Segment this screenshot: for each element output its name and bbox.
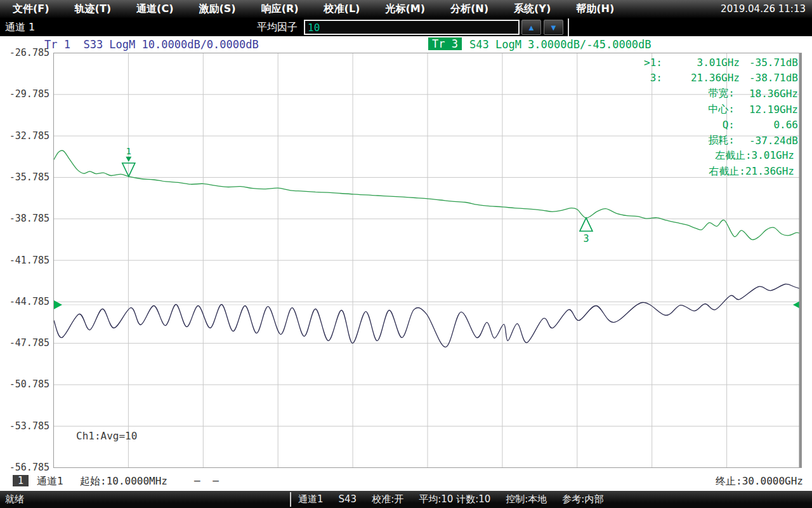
increment-button[interactable]: ▲ — [521, 20, 541, 35]
status-item-3: 平均:10 计数:10 — [419, 493, 490, 505]
channel-label: 通道 1 — [5, 21, 35, 34]
marker-3-label: 3 — [583, 233, 589, 244]
avg-factor-input[interactable] — [304, 20, 520, 35]
y-axis-label: -26.785 — [0, 47, 49, 58]
trace-hold-indicator: — — — [194, 474, 222, 486]
down-arrow-icon: ▼ — [549, 23, 558, 32]
status-item-2: 校准:开 — [372, 493, 403, 505]
menu-item-4[interactable]: 响应(R) — [252, 0, 308, 18]
y-axis-label: -50.785 — [0, 378, 49, 390]
y-axis-label: -47.785 — [0, 337, 49, 349]
channel-info-bar: 1 通道1 起始:10.0000MHz — — 终止:30.0000GHz — [0, 474, 812, 490]
status-item-0: 通道1 — [298, 493, 324, 505]
menu-item-0[interactable]: 文件(F) — [4, 0, 58, 18]
channel-number-badge: 1 — [13, 475, 29, 486]
menu-item-2[interactable]: 通道(C) — [128, 0, 182, 18]
status-items: 通道1S43校准:开平均:10 计数:10控制:本地参考:内部 — [298, 493, 603, 505]
analysis-readout-row: Q:0.66 — [634, 117, 798, 133]
instrument-state: 就绪 — [5, 493, 24, 505]
up-arrow-icon: ▲ — [527, 23, 535, 32]
status-item-4: 控制:本地 — [506, 493, 547, 505]
active-marker-arrow-icon — [126, 157, 131, 162]
trace1-status[interactable]: Tr 1 S33 LogM 10.0000dB/0.0000dB — [44, 38, 259, 51]
marker-readout-panel: >1:3.01GHz-35.71dB3:21.36GHz-38.71dB带宽:1… — [634, 55, 798, 180]
status-item-1: S43 — [339, 493, 357, 505]
menu-bar: 文件(F)轨迹(T)通道(C)激励(S)响应(R)校准(L)光标(M)分析(N)… — [0, 0, 812, 18]
menu-item-9[interactable]: 帮助(H) — [567, 0, 623, 18]
trace3-status[interactable]: S43 LogM 3.0000dB/-45.0000dB — [469, 38, 652, 51]
y-axis-label: -35.785 — [0, 171, 49, 183]
analysis-readout-row: 中心:12.19GHz — [634, 102, 798, 117]
channel-bar: 通道 1 平均因子 ▲ ▼ — [0, 18, 812, 36]
analysis-readout-row: 损耗:-37.24dB — [634, 133, 798, 149]
marker-readout-row: 3:21.36GHz-38.71dB — [634, 70, 798, 86]
menu-item-7[interactable]: 分析(N) — [442, 0, 497, 18]
marker-3-icon[interactable] — [580, 218, 593, 231]
menu-item-8[interactable]: 系统(Y) — [505, 0, 560, 18]
y-axis-label: -44.785 — [0, 296, 49, 307]
avg-factor-label: 平均因子 — [257, 21, 298, 34]
display-area: Tr 1 S33 LogM 10.0000dB/0.0000dB Tr 3 S4… — [0, 36, 812, 491]
trace3-active-badge[interactable]: Tr 3 — [428, 37, 462, 50]
marker-1-label: 1 — [126, 146, 131, 156]
menu-item-5[interactable]: 校准(L) — [315, 0, 369, 18]
status-item-5: 参考:内部 — [562, 493, 603, 505]
status-bar: 就绪 通道1S43校准:开平均:10 计数:10控制:本地参考:内部 — [0, 491, 812, 508]
y-axis-label: -41.785 — [0, 255, 49, 266]
menu-item-3[interactable]: 激励(S) — [190, 0, 244, 18]
y-axis-label: -53.785 — [0, 420, 49, 432]
avg-annotation: Ch1:Avg=10 — [76, 430, 137, 442]
analysis-readout-row: 带宽:18.36GHz — [634, 86, 798, 102]
y-axis-label: -32.785 — [0, 130, 49, 142]
marker-readout-row: >1:3.01GHz-35.71dB — [634, 55, 798, 70]
menu-item-6[interactable]: 光标(M) — [376, 0, 434, 18]
analysis-readout-row: 左截止:3.01GHz — [634, 149, 798, 164]
plot-right-edge — [799, 53, 802, 467]
menu-item-1[interactable]: 轨迹(T) — [66, 0, 121, 18]
decrement-button[interactable]: ▼ — [544, 20, 563, 35]
y-axis-label: -56.785 — [0, 462, 49, 473]
entry-bar-divider — [568, 18, 569, 36]
analysis-readout-row: 右截止:21.36GHz — [634, 164, 798, 180]
vna-screen: 文件(F)轨迹(T)通道(C)激励(S)响应(R)校准(L)光标(M)分析(N)… — [0, 0, 812, 508]
y-axis-label: -38.785 — [0, 213, 49, 224]
y-axis-label: -29.785 — [0, 88, 49, 100]
clock: 2019.04.26 11:13 — [721, 3, 806, 15]
start-frequency: 起始:10.0000MHz — [80, 475, 167, 488]
status-divider — [290, 492, 291, 507]
stop-frequency: 终止:30.0000GHz — [716, 475, 803, 488]
menu-items: 文件(F)轨迹(T)通道(C)激励(S)响应(R)校准(L)光标(M)分析(N)… — [0, 0, 627, 18]
channel-name: 通道1 — [37, 475, 63, 488]
